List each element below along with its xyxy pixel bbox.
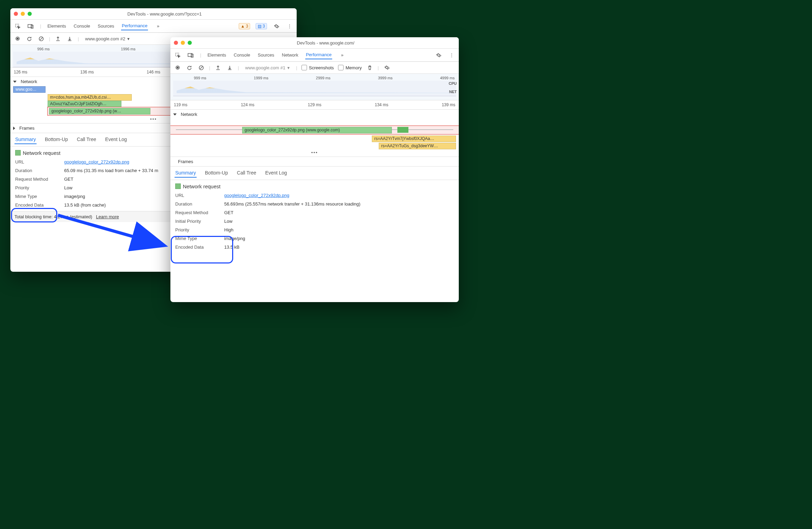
tab-call-tree[interactable]: Call Tree [236, 169, 257, 178]
minimize-icon[interactable] [181, 41, 185, 45]
warnings-badge[interactable]: ▲ 3 [239, 23, 250, 29]
network-row[interactable]: AGvuzYaZuuCrJpF1idZiOgh… [48, 101, 121, 107]
info-badge[interactable]: ▤ 3 [256, 23, 267, 29]
network-row[interactable]: www.goo… [13, 86, 46, 93]
reload-icon[interactable] [26, 35, 33, 42]
network-section-header[interactable]: Network [170, 110, 459, 119]
gear-icon[interactable] [273, 22, 280, 30]
encoded-value: 13.5 kB (from cache) [64, 202, 106, 208]
chevron-down-icon [173, 113, 177, 116]
upload-icon[interactable] [54, 35, 62, 42]
request-url-link[interactable]: googlelogo_color_272x92dp.png [224, 193, 289, 198]
request-url-link[interactable]: googlelogo_color_272x92dp.png [64, 159, 129, 164]
screenshots-checkbox[interactable]: Screenshots [301, 65, 334, 70]
chevron-down-icon: ▾ [287, 65, 290, 70]
upload-icon[interactable] [214, 64, 222, 71]
tick: 2999 ms [316, 76, 330, 80]
kebab-icon[interactable]: ⋮ [286, 22, 293, 30]
reload-icon[interactable] [186, 64, 193, 71]
inspect-icon[interactable] [174, 51, 181, 59]
recording-selector[interactable]: www.google.com #2▾ [83, 36, 132, 42]
learn-more-link[interactable]: Learn more [96, 214, 119, 219]
ruler[interactable]: 119 ms 124 ms 129 ms 134 ms 139 ms [170, 100, 459, 110]
summary-panel: Network request URLgooglelogo_color_272x… [170, 180, 459, 253]
ellipsis-icon[interactable]: ••• [170, 150, 459, 157]
more-tabs-icon[interactable]: » [338, 51, 346, 59]
frames-section-header[interactable]: Frames [170, 157, 459, 167]
more-tabs-icon[interactable]: » [154, 22, 162, 30]
network-row[interactable]: rs=AA2YrTvm7jYwbsf0XJQAa… [372, 136, 456, 142]
tab-bottom-up[interactable]: Bottom-Up [204, 169, 229, 178]
tab-strip: | Elements Console Sources Performance »… [10, 20, 297, 33]
clear-icon[interactable] [197, 64, 205, 71]
network-row[interactable]: m=cdos,hsm,jsa,mb4ZUb,d,csi… [48, 94, 132, 101]
method-value: GET [224, 210, 234, 215]
mime-value: image/png [224, 236, 245, 241]
chevron-right-icon [13, 127, 15, 130]
trash-icon[interactable] [366, 64, 374, 71]
svg-point-4 [17, 38, 19, 40]
color-swatch [15, 150, 21, 156]
maximize-icon[interactable] [28, 12, 32, 16]
record-icon[interactable] [14, 35, 21, 42]
kebab-icon[interactable]: ⋮ [448, 51, 455, 59]
tab-summary[interactable]: Summary [14, 135, 37, 144]
mime-value: image/png [64, 194, 85, 199]
network-row-highlighted[interactable]: googlelogo_color_272x92dp.png (www.googl… [170, 126, 459, 134]
chevron-down-icon [13, 81, 17, 83]
chevron-down-icon: ▾ [127, 36, 130, 41]
download-icon[interactable] [226, 64, 234, 71]
close-icon[interactable] [174, 41, 178, 45]
tab-performance[interactable]: Performance [305, 51, 332, 59]
tick: 4999 ms [440, 76, 455, 80]
panel-title: Network request [23, 150, 60, 156]
svg-point-10 [177, 67, 179, 69]
tick: 1999 ms [254, 76, 268, 80]
info-count: 3 [263, 24, 265, 29]
tab-network[interactable]: Network [281, 51, 299, 59]
tab-call-tree[interactable]: Call Tree [76, 135, 97, 144]
tab-event-log[interactable]: Event Log [265, 169, 288, 178]
tab-event-log[interactable]: Event Log [105, 135, 128, 144]
minimize-icon[interactable] [21, 12, 25, 16]
clear-icon[interactable] [37, 35, 45, 42]
tab-strip: | Elements Console Sources Network Perfo… [170, 49, 459, 62]
recording-selector[interactable]: www.google.com #1▾ [243, 64, 292, 71]
method-value: GET [64, 177, 73, 182]
tab-elements[interactable]: Elements [47, 22, 67, 30]
record-icon[interactable] [174, 64, 181, 71]
tab-sources[interactable]: Sources [97, 22, 115, 30]
warnings-count: 3 [246, 24, 248, 29]
tab-sources[interactable]: Sources [257, 51, 275, 59]
initial-priority-row: Initial PriorityLow [175, 219, 454, 224]
tick: 3999 ms [378, 76, 393, 80]
maximize-icon[interactable] [188, 41, 192, 45]
network-row[interactable]: rs=AA2YrTuGs_dsg3deeYW… [379, 143, 456, 149]
priority-row: PriorityHigh [175, 227, 454, 232]
tab-bottom-up[interactable]: Bottom-Up [44, 135, 69, 144]
color-swatch [175, 183, 181, 189]
titlebar: DevTools - www.google.com/?pccc=1 [10, 8, 297, 20]
window-title: DevTools - www.google.com/?pccc=1 [36, 11, 293, 17]
net-label: NET [449, 90, 457, 94]
tab-console[interactable]: Console [233, 51, 251, 59]
initial-priority-value: Low [224, 219, 232, 224]
inspect-icon[interactable] [14, 22, 21, 30]
device-toggle-icon[interactable] [187, 51, 195, 59]
tab-summary[interactable]: Summary [175, 169, 197, 178]
gear-icon[interactable] [435, 51, 442, 59]
priority-value: Low [64, 185, 72, 190]
download-icon[interactable] [66, 35, 73, 42]
close-icon[interactable] [14, 12, 18, 16]
device-toggle-icon[interactable] [27, 22, 34, 30]
tick: 1996 ms [121, 47, 136, 51]
tab-console[interactable]: Console [73, 22, 91, 30]
gear-icon[interactable] [383, 64, 390, 71]
memory-checkbox[interactable]: Memory [338, 65, 362, 70]
encoded-value: 13.5 kB [224, 244, 239, 250]
tab-performance[interactable]: Performance [121, 22, 148, 30]
perf-subtoolbar: | | www.google.com #1▾ | Screenshots Mem… [170, 62, 459, 74]
cpu-label: CPU [449, 81, 457, 86]
overview-timeline[interactable]: 999 ms 1999 ms 2999 ms 3999 ms 4999 ms C… [170, 74, 459, 100]
tab-elements[interactable]: Elements [207, 51, 227, 59]
